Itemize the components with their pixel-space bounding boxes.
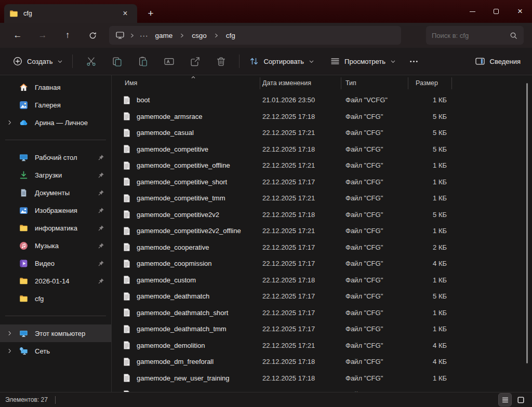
minimize-button[interactable] (460, 0, 484, 23)
cut-button[interactable] (82, 52, 100, 70)
file-row[interactable]: gamemode_cooperative22.12.2025 17:17Файл… (112, 239, 532, 256)
column-separator[interactable] (451, 77, 452, 89)
search-box[interactable] (426, 26, 524, 45)
home-icon (19, 83, 28, 92)
file-row[interactable]: gamemode_deathmatch_short22.12.2025 17:1… (112, 305, 532, 321)
file-date: 22.12.2025 17:21 (260, 129, 341, 137)
file-size: 5 КБ (408, 113, 451, 120)
file-type: Файл "CFG" (341, 113, 408, 120)
sort-arrows-icon (249, 56, 259, 66)
file-name-cell: gamemode_custom (112, 276, 260, 284)
search-input[interactable] (432, 32, 506, 39)
sidebar-item-gallery[interactable]: Галерея (0, 96, 111, 114)
this-pc-icon[interactable] (115, 31, 125, 40)
file-size: 1 КБ (408, 374, 451, 382)
breadcrumb-csgo[interactable]: csgo (190, 30, 209, 41)
chevron-right-icon[interactable] (7, 330, 13, 336)
details-button[interactable]: Сведения (472, 53, 524, 70)
file-name-cell: gamemode_competitive_offline (112, 161, 260, 170)
breadcrumb-chevron-icon (179, 33, 185, 38)
vertical-scrollbar[interactable] (526, 83, 528, 363)
pictures-icon (19, 206, 28, 215)
video-icon (19, 259, 28, 268)
file-row[interactable]: gamemode_competitive2v2_offline22.12.202… (112, 223, 532, 239)
chevron-right-icon[interactable] (7, 348, 13, 354)
file-row[interactable]: gamemode_competitive_offline22.12.2025 1… (112, 157, 532, 174)
file-row[interactable]: gamemode_demolition22.12.2025 17:21Файл … (112, 337, 532, 354)
sidebar-item-pictures[interactable]: Изображения (0, 201, 111, 219)
column-separator[interactable] (260, 77, 260, 89)
back-button[interactable]: ← (5, 25, 30, 45)
file-row[interactable]: gamemode_custom22.12.2025 17:18Файл "CFG… (112, 272, 532, 289)
tab-cfg[interactable]: cfg × (4, 4, 137, 23)
sidebar-item-music[interactable]: Музыка (0, 237, 111, 254)
column-header-size[interactable]: Размер (408, 79, 451, 87)
file-type: Файл "CFG" (341, 374, 408, 382)
close-button[interactable]: × (508, 0, 532, 23)
column-header-type[interactable]: Тип (341, 79, 408, 87)
new-tab-button[interactable]: + (143, 6, 158, 21)
sidebar-item-informatika[interactable]: информатика (0, 219, 111, 237)
new-button[interactable]: Создать (8, 53, 67, 70)
folder-icon (19, 294, 28, 303)
forward-button[interactable]: → (30, 25, 55, 45)
file-row[interactable]: gamemode_deathmatch_tmm22.12.2025 17:17Ф… (112, 321, 532, 337)
sidebar-item-2026-01-14[interactable]: 2026-01-14 (0, 272, 111, 290)
copy-button[interactable] (108, 52, 126, 70)
column-separator[interactable] (408, 77, 408, 89)
file-type: Файл "CFG" (341, 211, 408, 219)
sidebar-item-downloads[interactable]: Загрузки (0, 166, 111, 184)
breadcrumb-cfg[interactable]: cfg (224, 30, 237, 41)
sidebar-item-video[interactable]: Видео (0, 254, 111, 272)
file-row[interactable]: gamemode_competitive_short22.12.2025 17:… (112, 174, 532, 191)
rename-button[interactable] (160, 52, 178, 70)
sidebar-item-label: Этот компьютер (35, 330, 85, 337)
large-icons-view-toggle[interactable] (514, 394, 527, 406)
chevron-right-icon[interactable] (7, 119, 13, 126)
file-row[interactable]: gamemode_retakecasual22.12.2025 17:18Фай… (112, 386, 532, 392)
sidebar-item-home[interactable]: Главная (0, 78, 111, 96)
file-row[interactable]: gamemode_competitive2v222.12.2025 17:18Ф… (112, 207, 532, 223)
tab-close-icon[interactable]: × (118, 7, 132, 20)
up-button[interactable]: ↑ (55, 25, 80, 45)
more-options-button[interactable] (405, 52, 423, 70)
file-row[interactable]: gamemode_armsrace22.12.2025 17:18Файл "C… (112, 108, 532, 125)
file-date: 22.12.2025 17:17 (260, 243, 341, 251)
folder-icon (9, 9, 18, 18)
sidebar-item-documents[interactable]: Документы (0, 184, 111, 201)
downloads-icon (19, 171, 28, 180)
search-icon[interactable] (509, 31, 518, 40)
sidebar-item-this-pc[interactable]: Этот компьютер (0, 324, 111, 342)
breadcrumb-overflow[interactable]: ··· (140, 32, 149, 39)
file-name: gamemode_deathmatch (137, 292, 209, 300)
sidebar-item-onedrive-personal[interactable]: Арина — Личное (0, 114, 111, 131)
column-header-name[interactable]: Имя (112, 79, 260, 87)
breadcrumb-game[interactable]: game (153, 30, 175, 41)
file-row[interactable]: gamemode_coopmission22.12.2025 17:17Файл… (112, 255, 532, 272)
sidebar-item-desktop[interactable]: Рабочий стол (0, 148, 111, 166)
file-row[interactable]: gamemode_competitive_tmm22.12.2025 17:21… (112, 190, 532, 207)
refresh-button[interactable] (80, 25, 105, 45)
view-button[interactable]: Просмотреть (326, 53, 400, 70)
file-name: gamemode_competitive_tmm (137, 194, 225, 202)
file-row[interactable]: gamemode_new_user_training22.12.2025 17:… (112, 370, 532, 387)
sort-button[interactable]: Сортировать (245, 53, 318, 70)
address-bar[interactable]: ··· gamecsgocfg (109, 26, 401, 45)
file-row[interactable]: gamemode_competitive22.12.2025 17:18Файл… (112, 141, 532, 158)
delete-button[interactable] (212, 52, 230, 70)
file-row[interactable]: gamemode_casual22.12.2025 17:21Файл "CFG… (112, 125, 532, 141)
paste-button[interactable] (134, 52, 152, 70)
column-separator[interactable] (341, 77, 341, 89)
share-button[interactable] (186, 52, 204, 70)
file-date: 22.12.2025 17:17 (260, 309, 341, 317)
maximize-button[interactable] (484, 0, 508, 23)
file-type: Файл "CFG" (341, 342, 408, 349)
file-row[interactable]: gamemode_dm_freeforall22.12.2025 17:18Фа… (112, 354, 532, 370)
file-row[interactable]: gamemode_deathmatch22.12.2025 17:17Файл … (112, 288, 532, 305)
column-header-date[interactable]: Дата изменения (260, 79, 341, 87)
sidebar-item-network[interactable]: Сеть (0, 342, 111, 360)
file-row[interactable]: boot21.01.2026 23:50Файл "VCFG"1 КБ (112, 92, 532, 108)
file-name-cell: gamemode_new_user_training (112, 374, 260, 382)
sidebar-item-cfg[interactable]: cfg (0, 290, 111, 307)
details-view-toggle[interactable] (499, 394, 511, 406)
